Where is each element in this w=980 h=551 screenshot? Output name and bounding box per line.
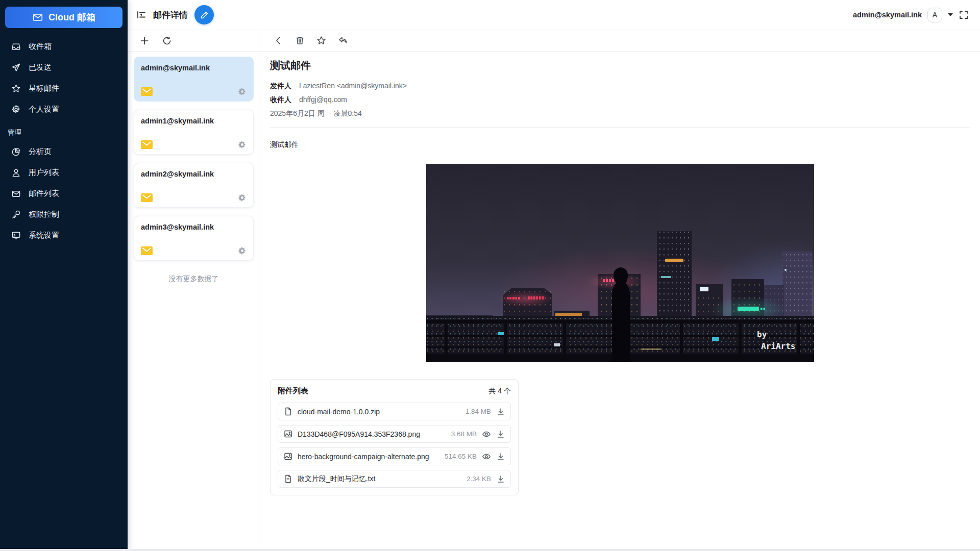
sidebar-item-mail-list[interactable]: 邮件列表 <box>0 183 128 204</box>
zip-file-icon <box>284 407 292 416</box>
attachment-size: 2.34 KB <box>467 475 491 483</box>
account-card-email: admin3@skymail.ink <box>141 223 247 231</box>
sidebar-item-starred[interactable]: 星标邮件 <box>0 78 128 99</box>
chevron-down-icon[interactable] <box>948 13 953 16</box>
account-card[interactable]: admin2@skymail.ink <box>134 163 254 208</box>
sidebar-section-admin: 管理 <box>0 120 128 141</box>
attachment-size: 514.65 KB <box>445 453 477 460</box>
account-card-email: admin@skymail.ink <box>141 64 247 72</box>
page-title: 邮件详情 <box>153 9 188 21</box>
envelope-logo-icon <box>32 12 43 23</box>
star-button[interactable] <box>316 35 327 46</box>
account-card[interactable]: admin@skymail.ink <box>134 57 254 102</box>
reply-button[interactable] <box>337 35 348 46</box>
from-value: LaziestRen <admin@skymail.ink> <box>299 82 407 90</box>
compose-button[interactable] <box>194 5 214 24</box>
account-settings-gear-icon[interactable] <box>238 87 247 96</box>
attachment-count: 共 4 个 <box>488 387 511 396</box>
pencil-icon <box>200 10 209 20</box>
text-file-icon <box>284 474 292 483</box>
top-header: 邮件详情 admin@skymail.ink A <box>128 0 980 30</box>
attachment-size: 1.84 MB <box>465 408 491 415</box>
attachment-row[interactable]: D133D468@F095A914.353F2368.png 3.68 MB <box>278 425 511 443</box>
add-account-button[interactable] <box>139 36 150 46</box>
refresh-button[interactable] <box>162 36 172 46</box>
mail-detail-body: 测试邮件 发件人 LaziestRen <admin@skymail.ink> … <box>260 52 980 551</box>
account-card[interactable]: admin1@skymail.ink <box>134 110 254 155</box>
mail-subject: 测试邮件 <box>270 59 970 72</box>
sidebar-item-label: 收件箱 <box>29 42 52 52</box>
sidebar-item-analytics[interactable]: 分析页 <box>0 141 128 162</box>
attachment-row[interactable]: 散文片段_时间与记忆.txt 2.34 KB <box>278 470 511 488</box>
sidebar-item-personal-settings[interactable]: 个人设置 <box>0 99 128 120</box>
image-file-icon <box>284 430 292 438</box>
pie-chart-icon <box>11 147 21 157</box>
account-list-panel: admin@skymail.ink admin1@skymail.ink adm… <box>128 30 260 551</box>
envelope-icon[interactable] <box>141 193 153 202</box>
account-settings-gear-icon[interactable] <box>238 140 247 149</box>
fold-sidebar-icon[interactable] <box>136 10 146 20</box>
user-icon <box>11 168 21 178</box>
inbox-icon <box>11 42 21 52</box>
envelope-icon[interactable] <box>141 246 153 255</box>
download-icon[interactable] <box>496 452 505 461</box>
avatar[interactable]: A <box>927 8 942 22</box>
account-card[interactable]: admin3@skymail.ink <box>134 216 254 261</box>
download-icon[interactable] <box>496 474 505 484</box>
envelope-icon[interactable] <box>141 87 153 96</box>
sidebar-item-label: 用户列表 <box>29 168 59 178</box>
sidebar-item-label: 已发送 <box>29 63 52 72</box>
mail-icon <box>11 189 21 198</box>
mail-body-text: 测试邮件 <box>270 140 970 149</box>
fullscreen-icon[interactable] <box>959 10 969 20</box>
attachment-list-title: 附件列表 <box>278 386 308 396</box>
download-icon[interactable] <box>496 407 505 416</box>
account-card-email: admin2@skymail.ink <box>141 170 247 178</box>
image-credit-artist: AriArts <box>761 341 795 351</box>
monitor-icon <box>11 231 21 240</box>
account-card-email: admin1@skymail.ink <box>141 117 247 125</box>
sidebar-item-label: 邮件列表 <box>29 189 59 198</box>
attachment-name: D133D468@F095A914.353F2368.png <box>298 430 446 438</box>
sidebar-item-inbox[interactable]: 收件箱 <box>0 36 128 57</box>
download-icon[interactable] <box>496 430 505 439</box>
sidebar-item-system-settings[interactable]: 系统设置 <box>0 225 128 246</box>
sidebar-item-permissions[interactable]: 权限控制 <box>0 204 128 225</box>
sidebar-item-sent[interactable]: 已发送 <box>0 57 128 78</box>
account-email: admin@skymail.ink <box>853 11 922 19</box>
image-credit-by: by <box>757 330 767 339</box>
avatar-letter: A <box>933 11 937 19</box>
horizontal-scrollbar[interactable] <box>0 549 980 551</box>
preview-eye-icon[interactable] <box>482 430 491 439</box>
attachment-row[interactable]: hero-background-campaign-alternate.png 5… <box>278 447 511 465</box>
account-settings-gear-icon[interactable] <box>238 246 247 255</box>
account-cards: admin@skymail.ink admin1@skymail.ink adm… <box>128 52 260 261</box>
topbar-left: 邮件详情 <box>128 5 260 24</box>
mail-detail-panel: 测试邮件 发件人 LaziestRen <admin@skymail.ink> … <box>260 30 980 551</box>
attachment-list: 附件列表 共 4 个 cloud-mail-demo-1.0.0.zip 1.8… <box>270 379 519 495</box>
attachment-name: 散文片段_时间与记忆.txt <box>298 474 461 484</box>
key-icon <box>11 210 21 219</box>
attachment-size: 3.68 MB <box>451 430 477 438</box>
no-more-data-text: 没有更多数据了 <box>128 274 260 284</box>
star-icon <box>11 84 21 93</box>
logo-button[interactable]: Cloud 邮箱 <box>5 7 122 28</box>
sidebar-item-label: 星标邮件 <box>29 84 59 93</box>
image-file-icon <box>284 452 292 461</box>
sidebar: Cloud 邮箱 收件箱 已发送 星标邮件 个人设置 管理 分析页 用户列表 邮… <box>0 0 128 551</box>
mail-image-container: by AriArts <box>270 164 970 362</box>
sidebar-item-label: 个人设置 <box>29 105 59 114</box>
envelope-icon[interactable] <box>141 140 153 149</box>
delete-button[interactable] <box>295 35 305 46</box>
preview-eye-icon[interactable] <box>482 452 491 461</box>
attachment-name: hero-background-campaign-alternate.png <box>298 453 439 461</box>
main-column: 邮件详情 admin@skymail.ink A admin@skymail.i… <box>128 0 980 551</box>
list-toolbar <box>128 30 260 52</box>
send-icon <box>11 63 21 72</box>
sidebar-item-user-list[interactable]: 用户列表 <box>0 162 128 183</box>
attachment-row[interactable]: cloud-mail-demo-1.0.0.zip 1.84 MB <box>278 403 511 420</box>
to-label: 收件人 <box>270 95 291 104</box>
mail-toolbar <box>260 30 980 52</box>
account-settings-gear-icon[interactable] <box>238 193 247 202</box>
back-button[interactable] <box>273 35 284 46</box>
